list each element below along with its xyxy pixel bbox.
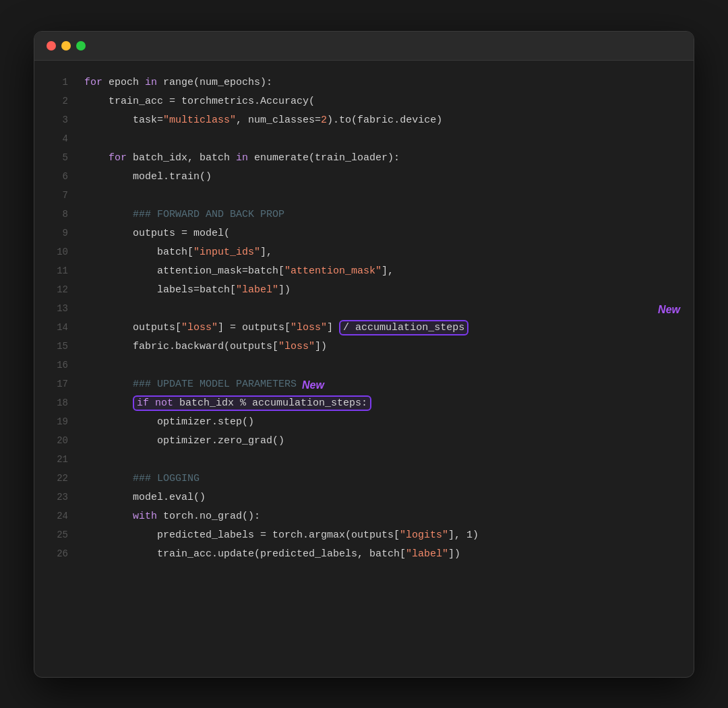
code-line-16: 16 [34, 357, 694, 376]
code-line-7: 7 [34, 187, 694, 206]
new-badge-line17: New [302, 376, 324, 394]
maximize-button[interactable] [76, 41, 86, 51]
titlebar [34, 32, 694, 61]
code-line-14: 14 outputs["loss"] = outputs["loss"] / a… [34, 319, 694, 338]
code-line-23: 23 model.eval() [34, 489, 694, 508]
code-line-6: 6 model.train() [34, 168, 694, 187]
code-line-2: 2 train_acc = torchmetrics.Accuracy( [34, 93, 694, 112]
code-line-13: 13 New [34, 300, 694, 319]
code-line-21: 21 [34, 451, 694, 470]
code-line-1: 1 for epoch in range(num_epochs): [34, 74, 694, 93]
code-line-19: 19 optimizer.step() [34, 414, 694, 432]
code-line-26: 26 train_acc.update(predicted_labels, ba… [34, 546, 694, 565]
code-line-10: 10 batch["input_ids"], [34, 244, 694, 263]
code-line-5: 5 for batch_idx, batch in enumerate(trai… [34, 150, 694, 168]
code-line-25: 25 predicted_labels = torch.argmax(outpu… [34, 527, 694, 546]
code-line-8: 8 ### FORWARD AND BACK PROP [34, 206, 694, 225]
close-button[interactable] [47, 41, 56, 51]
code-line-17: 17 ### UPDATE MODEL PARAMETERSNew [34, 376, 694, 395]
code-editor: 1 for epoch in range(num_epochs): 2 trai… [34, 61, 694, 578]
code-line-18: 18 if not batch_idx % accumulation_steps… [34, 395, 694, 414]
code-line-24: 24 with torch.no_grad(): [34, 508, 694, 527]
new-badge-line13: New [658, 300, 680, 319]
code-line-3: 3 task="multiclass", num_classes=2).to(f… [34, 112, 694, 131]
code-line-22: 22 ### LOGGING [34, 470, 694, 489]
minimize-button[interactable] [61, 41, 71, 51]
code-line-4: 4 [34, 131, 694, 150]
code-window: 1 for epoch in range(num_epochs): 2 trai… [34, 31, 694, 678]
code-line-12: 12 labels=batch["label"]) [34, 282, 694, 300]
code-line-9: 9 outputs = model( [34, 225, 694, 244]
code-line-20: 20 optimizer.zero_grad() [34, 432, 694, 451]
code-line-15: 15 fabric.backward(outputs["loss"]) [34, 338, 694, 357]
code-line-11: 11 attention_mask=batch["attention_mask"… [34, 263, 694, 282]
